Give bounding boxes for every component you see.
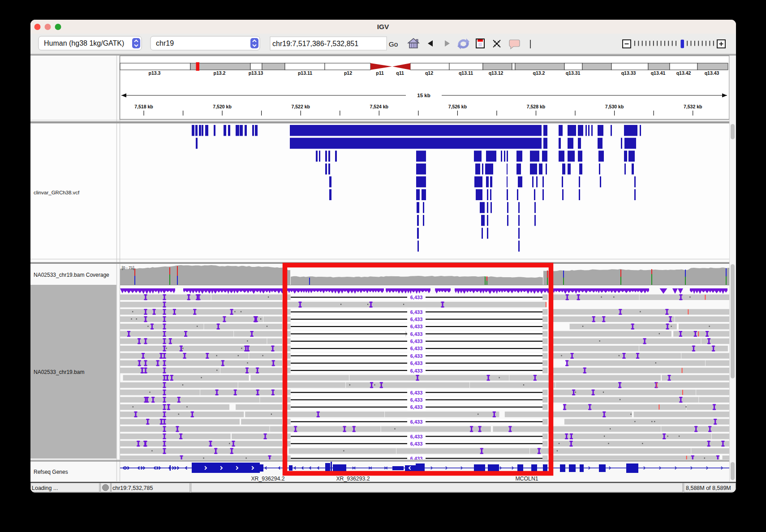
svg-text:6,433: 6,433 xyxy=(410,295,423,300)
svg-text:q13.11: q13.11 xyxy=(459,70,473,76)
svg-text:p11: p11 xyxy=(376,70,384,76)
svg-text:7,518 kb: 7,518 kb xyxy=(134,104,153,109)
svg-text:6,433: 6,433 xyxy=(410,309,423,315)
svg-text:6,433: 6,433 xyxy=(410,360,423,366)
svg-text:q12: q12 xyxy=(425,70,433,76)
svg-text:6,433: 6,433 xyxy=(410,404,423,410)
svg-text:[0 - 71]: [0 - 71] xyxy=(122,266,134,270)
svg-text:q11: q11 xyxy=(396,70,404,76)
svg-text:6,433: 6,433 xyxy=(410,419,423,425)
svg-text:NA02533_chr19.bam: NA02533_chr19.bam xyxy=(34,369,84,375)
svg-text:7,530 kb: 7,530 kb xyxy=(605,104,624,109)
svg-text:8,588M of 8,589M: 8,588M of 8,589M xyxy=(686,485,731,491)
svg-text:p13.13: p13.13 xyxy=(249,70,263,76)
svg-text:IGV: IGV xyxy=(377,23,389,30)
svg-text:p13.11: p13.11 xyxy=(298,70,312,76)
svg-text:6,433: 6,433 xyxy=(410,339,423,344)
svg-text:q13.43: q13.43 xyxy=(705,70,719,76)
svg-text:p12: p12 xyxy=(344,70,352,76)
svg-text:6,433: 6,433 xyxy=(410,324,423,329)
svg-text:15 kb: 15 kb xyxy=(417,93,430,98)
svg-text:7,532 kb: 7,532 kb xyxy=(684,104,702,109)
svg-text:q13.2: q13.2 xyxy=(533,70,545,76)
svg-text:6,433: 6,433 xyxy=(410,317,423,322)
svg-text:Loading ...: Loading ... xyxy=(32,485,58,491)
svg-text:MCOLN1: MCOLN1 xyxy=(515,476,538,482)
svg-text:7,524 kb: 7,524 kb xyxy=(370,104,388,109)
svg-text:6,433: 6,433 xyxy=(410,397,423,403)
svg-text:6,433: 6,433 xyxy=(410,331,423,337)
svg-text:6,433: 6,433 xyxy=(410,353,423,359)
svg-text:6,433: 6,433 xyxy=(410,390,423,395)
svg-text:7,528 kb: 7,528 kb xyxy=(527,104,545,109)
svg-text:q13.33: q13.33 xyxy=(621,70,636,76)
svg-text:6,433: 6,433 xyxy=(410,434,423,439)
svg-text:NA02533_chr19.bam Coverage: NA02533_chr19.bam Coverage xyxy=(34,272,109,278)
svg-text:q13.12: q13.12 xyxy=(489,70,503,76)
svg-text:chr19: chr19 xyxy=(156,39,174,47)
svg-text:7,520 kb: 7,520 kb xyxy=(213,104,231,109)
svg-text:q13.42: q13.42 xyxy=(676,70,691,76)
svg-text:chr19:7,532,785: chr19:7,532,785 xyxy=(112,485,153,491)
svg-text:XR_936294.2: XR_936294.2 xyxy=(251,476,284,482)
svg-text:6,433: 6,433 xyxy=(410,346,423,351)
svg-text:q13.41: q13.41 xyxy=(651,70,666,76)
svg-text:Human (hg38 1kg/GATK): Human (hg38 1kg/GATK) xyxy=(44,39,124,47)
svg-text:clinvar_GRCh38.vcf: clinvar_GRCh38.vcf xyxy=(34,190,80,195)
svg-text:7,526 kb: 7,526 kb xyxy=(448,104,467,109)
svg-text:6,433: 6,433 xyxy=(410,441,423,446)
svg-text:q13.31: q13.31 xyxy=(566,70,581,76)
svg-text:p13.3: p13.3 xyxy=(149,70,161,76)
svg-text:p13.2: p13.2 xyxy=(214,70,226,76)
svg-text:Refseq Genes: Refseq Genes xyxy=(34,469,68,475)
svg-text:6,433: 6,433 xyxy=(410,368,423,373)
svg-text:XR_936293.2: XR_936293.2 xyxy=(336,476,370,482)
svg-text:chr19:7,517,386-7,532,851: chr19:7,517,386-7,532,851 xyxy=(272,40,358,47)
svg-text:Go: Go xyxy=(389,40,398,48)
svg-text:7,522 kb: 7,522 kb xyxy=(291,104,310,109)
